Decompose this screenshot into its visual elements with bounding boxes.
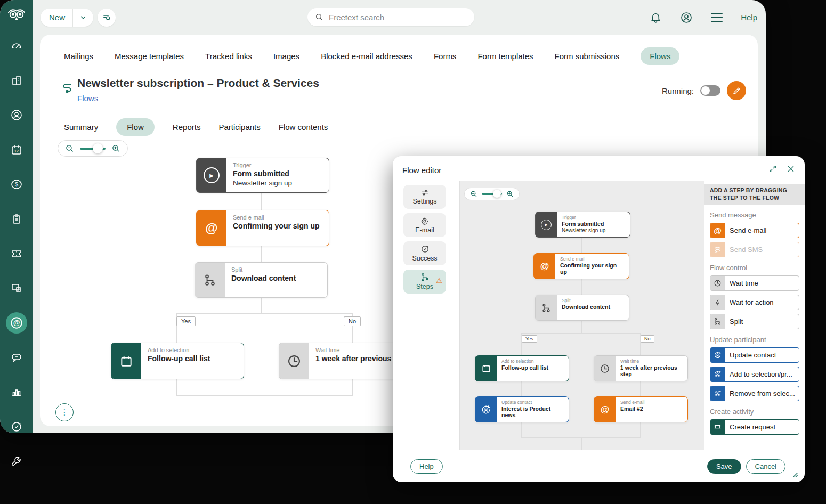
subtab-summary[interactable]: Summary [64,123,98,132]
account-button[interactable] [680,11,693,24]
step-send-email[interactable]: @ Send e-mail [710,223,799,238]
gear-icon [420,217,429,225]
step-update-contact[interactable]: Update contact [710,347,799,363]
sidebar-item-contacts-icon[interactable] [6,104,27,126]
subtab-flow-contents[interactable]: Flow contents [279,123,328,132]
save-button[interactable]: Save [707,459,741,474]
subtab-participants[interactable]: Participants [218,123,260,132]
sidebar-item-email-marketing-icon[interactable]: @ [6,312,27,334]
search-input[interactable] [328,12,447,22]
cancel-button[interactable]: Cancel [746,459,785,474]
modal-node-add-to-selection[interactable]: Add to selection Follow-up call list [475,355,569,381]
svg-text:$: $ [15,181,18,188]
tab-forms[interactable]: Forms [434,52,457,61]
subtab-reports[interactable]: Reports [173,123,201,132]
sidebar-item-goals-icon[interactable] [6,416,27,437]
tab-flows[interactable]: Flows [641,47,679,65]
connector [176,395,353,396]
help-link[interactable]: Help [741,13,757,22]
step-send-sms[interactable]: Send SMS [710,242,799,257]
step-create-request[interactable]: Create request [710,419,799,435]
step-wait-for-action[interactable]: Wait for action [710,295,799,310]
svg-text:@: @ [13,319,20,327]
breadcrumb-flows-link[interactable]: Flows [77,94,98,103]
search-icon [315,13,323,21]
warning-icon: ⚠ [436,277,442,284]
sidebar-item-dashboard-icon[interactable] [6,35,27,56]
zoom-slider[interactable] [80,148,106,150]
branch-label-yes: Yes [176,316,196,326]
ticket-icon [710,420,725,434]
sidebar-item-calendar-icon[interactable]: 12 [6,139,27,160]
step-wait-time[interactable]: Wait time [710,275,799,291]
sidebar-item-revenue-icon[interactable]: $ [6,174,27,195]
tab-form-submissions[interactable]: Form submissions [555,52,620,61]
zoom-in-icon[interactable] [506,190,514,198]
at-icon: @ [710,223,725,238]
flow-node-split[interactable]: Split Download content [195,262,328,298]
tab-images[interactable]: Images [273,52,299,61]
modal-node-send-email[interactable]: @ Send e-mail Confirming your sign up [533,253,629,279]
connector [521,333,641,334]
sidebar-item-tools-icon[interactable] [6,451,27,472]
modal-node-split[interactable]: Split Download content [535,295,629,321]
tab-tracked-links[interactable]: Tracked links [205,52,252,61]
modal-zoom-slider[interactable] [482,193,502,195]
modal-help-button[interactable]: Help [410,459,443,474]
zoom-out-icon[interactable] [470,190,477,198]
sidebar-item-chat-icon[interactable] [6,347,27,368]
sidebar-item-tasks-icon[interactable] [6,208,27,230]
branch-label-no: No [641,335,654,343]
modal-node-trigger[interactable]: ▶ Trigger Form submitted Newsletter sign… [535,212,630,238]
step-remove-from-selection[interactable]: Remove from selec... [710,386,799,401]
tab-blocked-email-addresses[interactable]: Blocked e-mail addresses [321,52,412,61]
modal-node-update-contact[interactable]: Update contact Interest is Product news [475,396,569,422]
modal-zoom-control [464,188,520,200]
sidebar-item-devices-icon[interactable] [6,278,27,299]
account-icon [680,11,693,24]
contact-remove-icon [710,386,725,401]
tab-message-templates[interactable]: Message templates [115,52,184,61]
step-split[interactable]: Split [710,314,799,329]
expand-icon [768,165,777,173]
close-icon [787,165,795,173]
flow-node-add-to-selection[interactable]: Add to selection Follow-up call list [111,343,244,379]
modal-node-wait-time[interactable]: Wait time 1 week after previous step [594,355,688,381]
modal-node-email2[interactable]: @ Send e-mail Email #2 [594,396,688,422]
zoom-out-icon[interactable] [65,144,74,153]
new-dropdown-button[interactable] [73,14,93,21]
rail-success-button[interactable]: Success [403,241,446,265]
notifications-button[interactable] [650,11,662,23]
sidebar-item-organization-icon[interactable] [6,70,27,91]
modal-rail: Settings E-mail Success Steps ⚠ [403,185,446,294]
close-button[interactable] [787,165,795,173]
new-button[interactable]: New [41,13,72,22]
owl-logo-icon[interactable] [6,6,27,25]
running-label: Running: [662,86,694,95]
rail-settings-button[interactable]: Settings [403,185,446,209]
edit-button[interactable] [727,81,746,100]
modal-flow-canvas[interactable]: Yes No ▶ Trigger Form submitted Newslett… [459,181,705,450]
running-toggle[interactable] [700,85,720,96]
sidebar-item-reports-icon[interactable] [6,381,27,403]
contact-update-icon [710,348,725,362]
tab-mailings[interactable]: Mailings [64,52,93,61]
rail-steps-button[interactable]: Steps ⚠ [403,270,446,294]
step-add-to-selection[interactable]: Add to selection/pr... [710,367,799,382]
rail-email-button[interactable]: E-mail [403,213,446,237]
global-search [307,8,474,26]
list-search-button[interactable] [98,9,116,27]
connector [581,437,582,450]
flow-node-send-email[interactable]: @ Send e-mail Confirming your sign up [196,210,329,246]
connector [521,380,522,396]
split-icon [536,295,557,320]
resize-handle[interactable] [791,471,798,478]
menu-button[interactable] [711,13,723,22]
sidebar-item-ticket-icon[interactable] [6,243,27,264]
tab-form-templates[interactable]: Form templates [477,52,533,61]
flow-node-trigger[interactable]: ▶ Trigger Form submitted Newsletter sign… [196,158,329,193]
expand-button[interactable] [768,165,777,173]
zoom-in-icon[interactable] [111,144,120,153]
play-icon: ▶ [197,158,226,192]
more-options-button[interactable]: ⋮ [55,403,74,421]
